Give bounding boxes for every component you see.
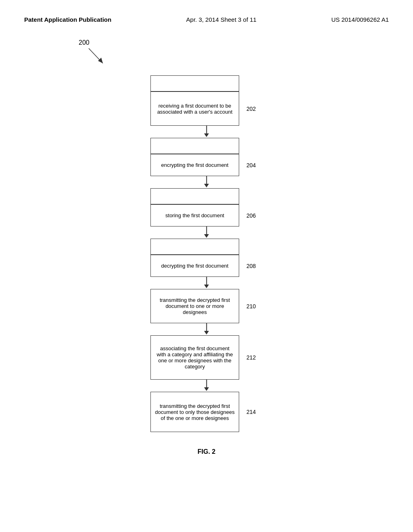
page-header: Patent Application Publication Apr. 3, 2… (0, 0, 413, 31)
gap-box-208 (150, 239, 239, 255)
arrow-210-212 (162, 323, 251, 335)
flowchart: receiving a first document to be associa… (150, 75, 263, 432)
step-206-label: 206 (246, 212, 263, 219)
step-212-label: 212 (246, 354, 263, 361)
gap-box-202 (150, 75, 239, 91)
step-212-row: associating the first document with a ca… (150, 335, 263, 380)
step-214-row: transmitting the decrypted first documen… (150, 392, 263, 432)
step-210-box: transmitting the decrypted first documen… (150, 289, 239, 323)
arrow-202-204 (162, 126, 251, 138)
gap-row-204 (150, 138, 263, 154)
step-202-row: receiving a first document to be associa… (150, 91, 263, 126)
arrow-206-208 (162, 227, 251, 239)
patent-page: Patent Application Publication Apr. 3, 2… (0, 0, 413, 532)
gap-row-202 (150, 75, 263, 91)
step-210-label: 210 (246, 303, 263, 310)
date-sheet-label: Apr. 3, 2014 Sheet 3 of 11 (186, 16, 257, 23)
step-206-box: storing the first document (150, 204, 239, 227)
gap-box-204 (150, 138, 239, 154)
gap-row-208 (150, 239, 263, 255)
diagram-number: 200 (79, 39, 90, 46)
start-arrow-icon (87, 46, 109, 66)
step-208-row: decrypting the first document 208 (150, 255, 263, 277)
main-content: 200 receiving a first document to be ass… (0, 31, 413, 472)
step-210-row: transmitting the decrypted first documen… (150, 289, 263, 323)
figure-label: FIG. 2 (198, 448, 215, 455)
svg-marker-1 (98, 58, 103, 63)
step-214-label: 214 (246, 409, 263, 415)
step-202-box: receiving a first document to be associa… (150, 91, 239, 126)
step-204-row: encrypting the first document 204 (150, 154, 263, 176)
step-202-label: 202 (246, 106, 263, 112)
publication-label: Patent Application Publication (24, 16, 111, 23)
patent-number-label: US 2014/0096262 A1 (331, 16, 389, 23)
gap-box-206 (150, 188, 239, 204)
arrow-204-206 (162, 176, 251, 188)
arrow-212-214 (162, 380, 251, 392)
step-214-box: transmitting the decrypted first documen… (150, 392, 239, 432)
gap-row-206 (150, 188, 263, 204)
step-204-label: 204 (246, 162, 263, 168)
step-208-box: decrypting the first document (150, 255, 239, 277)
step-204-box: encrypting the first document (150, 154, 239, 176)
arrow-208-210 (162, 277, 251, 289)
step-212-box: associating the first document with a ca… (150, 335, 239, 380)
step-206-row: storing the first document 206 (150, 204, 263, 227)
step-208-label: 208 (246, 263, 263, 269)
